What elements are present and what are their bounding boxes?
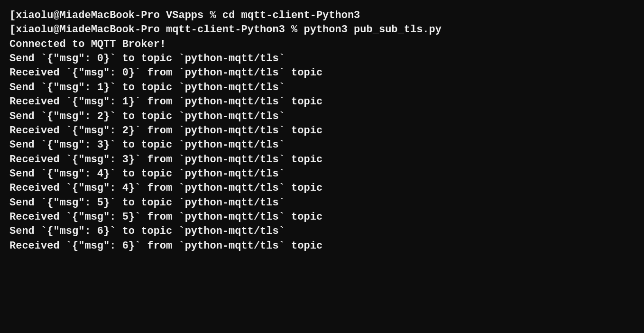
- terminal-line-7: Received `{"msg": 1}` from `python-mqtt/…: [9, 95, 635, 109]
- terminal-window: [xiaolu@MiadeMacBook-Pro VSapps % cd mqt…: [9, 9, 635, 253]
- terminal-line-13: Received `{"msg": 4}` from `python-mqtt/…: [9, 181, 635, 195]
- terminal-line-1: [xiaolu@MiadeMacBook-Pro VSapps % cd mqt…: [9, 9, 635, 23]
- terminal-line-4: Send `{"msg": 0}` to topic `python-mqtt/…: [9, 52, 635, 66]
- terminal-line-14: Send `{"msg": 5}` to topic `python-mqtt/…: [9, 196, 635, 210]
- terminal-line-12: Send `{"msg": 4}` to topic `python-mqtt/…: [9, 167, 635, 181]
- terminal-line-2: [xiaolu@MiadeMacBook-Pro mqtt-client-Pyt…: [9, 23, 635, 37]
- terminal-line-16: Send `{"msg": 6}` to topic `python-mqtt/…: [9, 224, 635, 239]
- terminal-line-10: Send `{"msg": 3}` to topic `python-mqtt/…: [9, 138, 635, 152]
- terminal-line-3: Connected to MQTT Broker!: [9, 37, 635, 52]
- terminal-line-8: Send `{"msg": 2}` to topic `python-mqtt/…: [9, 110, 635, 124]
- terminal-line-11: Received `{"msg": 3}` from `python-mqtt/…: [9, 153, 635, 167]
- terminal-line-17: Received `{"msg": 6}` from `python-mqtt/…: [9, 239, 635, 253]
- terminal-line-15: Received `{"msg": 5}` from `python-mqtt/…: [9, 210, 635, 224]
- terminal-line-6: Send `{"msg": 1}` to topic `python-mqtt/…: [9, 81, 635, 95]
- terminal-line-9: Received `{"msg": 2}` from `python-mqtt/…: [9, 124, 635, 138]
- terminal-line-5: Received `{"msg": 0}` from `python-mqtt/…: [9, 66, 635, 80]
